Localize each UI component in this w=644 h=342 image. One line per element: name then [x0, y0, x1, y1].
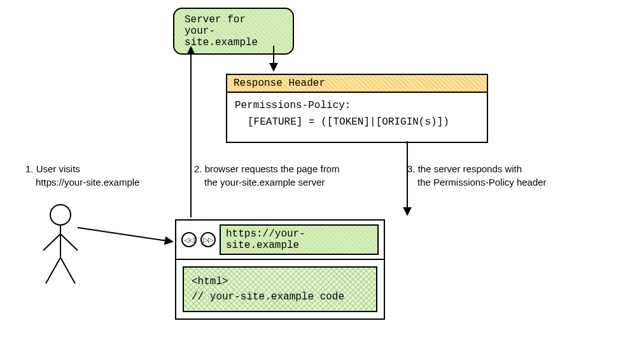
- response-title: Response Header: [227, 75, 487, 93]
- server-line2: your-site.example: [185, 25, 283, 48]
- code-line2: // your-site.example code: [192, 289, 368, 304]
- step-3-line1: the server responds with: [418, 163, 522, 174]
- arrow-user-to-browser: [78, 228, 172, 242]
- forward-button-icon[interactable]: ▷▷: [200, 232, 216, 247]
- svg-point-0: [50, 205, 71, 225]
- response-line1: Permissions-Policy:: [235, 98, 479, 114]
- step-2: 2. browser requests the page from the yo…: [194, 162, 339, 189]
- svg-line-4: [46, 257, 60, 284]
- step-2-num: 2.: [194, 163, 202, 174]
- svg-line-5: [60, 257, 75, 284]
- back-button-icon[interactable]: ◁◁: [181, 232, 197, 247]
- svg-line-2: [43, 234, 60, 250]
- response-body: Permissions-Policy: [FEATURE] = ([TOKEN]…: [227, 93, 487, 142]
- response-line2: [FEATURE] = ([TOKEN]|[ORIGIN(s)]): [235, 114, 479, 131]
- server-box: Server for your-site.example: [173, 8, 294, 55]
- user-icon: [38, 203, 83, 286]
- step-2-line2: the your-site.example server: [194, 177, 325, 188]
- step-3-num: 3.: [407, 163, 416, 174]
- step-3-line2: the Permissions-Policy header: [407, 177, 547, 188]
- page-code-block: <html> // your-site.example code: [183, 266, 377, 312]
- browser-toolbar: ◁◁ ▷▷ https://your-site.example: [176, 221, 384, 260]
- step-1-num: 1.: [25, 163, 34, 174]
- step-3: 3. the server responds with the Permissi…: [407, 162, 547, 189]
- step-1-line2: https://your-site.example: [25, 177, 139, 188]
- step-1: 1. User visits https://your-site.example: [25, 162, 139, 189]
- step-2-line1: browser requests the page from: [205, 163, 340, 174]
- code-line1: <html>: [192, 274, 368, 289]
- response-header-box: Response Header Permissions-Policy: [FEA…: [226, 74, 488, 143]
- browser-window: ◁◁ ▷▷ https://your-site.example <html> /…: [175, 219, 385, 320]
- step-1-line1: User visits: [36, 163, 80, 174]
- svg-line-3: [60, 234, 78, 250]
- address-bar[interactable]: https://your-site.example: [220, 224, 379, 255]
- browser-page: <html> // your-site.example code: [176, 260, 384, 318]
- server-line1: Server for: [185, 14, 283, 25]
